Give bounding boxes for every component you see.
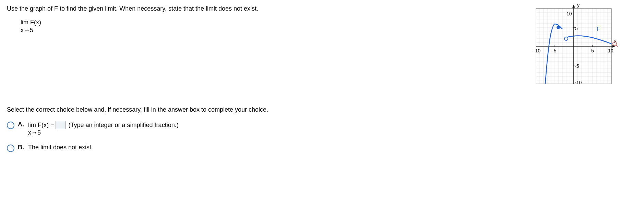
- tick-yn10: -10: [575, 80, 582, 85]
- choice-b-text: The limit does not exist.: [28, 144, 93, 151]
- y-axis-label: y: [577, 3, 580, 8]
- radio-choice-b[interactable]: [7, 145, 14, 152]
- tick-x5: 5: [591, 48, 594, 53]
- tick-y5: 5: [575, 26, 578, 31]
- svg-point-53: [613, 42, 617, 46]
- choice-a-hint: (Type an integer or a simplified fractio…: [69, 122, 179, 129]
- choice-a-limit-top: lim F(x) =: [28, 122, 54, 129]
- zoom-icon[interactable]: [612, 41, 618, 47]
- limit-bottom: x→5: [21, 26, 531, 34]
- choice-a-limit-bottom: x→5: [28, 129, 179, 136]
- choice-a-letter: A.: [18, 121, 25, 128]
- answer-instruction: Select the correct choice below and, if …: [7, 106, 637, 113]
- tick-xn10: -10: [534, 48, 540, 53]
- radio-choice-a[interactable]: [7, 122, 14, 129]
- svg-marker-46: [572, 5, 575, 8]
- svg-point-51: [557, 26, 560, 29]
- tick-yn5: -5: [575, 63, 579, 69]
- tick-xn5: -5: [552, 48, 557, 53]
- choice-a-limit: lim F(x) = (Type an integer or a simplif…: [28, 121, 179, 136]
- graph-panel: y x 10 5 -5 -10 -10 -5 5 10: [531, 3, 617, 89]
- tick-y10: 10: [567, 11, 572, 16]
- graph-svg: y x 10 5 -5 -10 -10 -5 5 10: [531, 3, 617, 89]
- limit-expression: lim F(x) x→5: [21, 18, 531, 35]
- limit-top: lim F(x): [21, 18, 531, 26]
- tick-x10: 10: [608, 48, 613, 53]
- question-prompt: Use the graph of F to find the given lim…: [7, 5, 531, 12]
- answer-input-box[interactable]: [56, 121, 66, 129]
- curve-label: F: [597, 26, 600, 32]
- svg-line-54: [616, 45, 618, 47]
- svg-point-52: [564, 37, 568, 40]
- choice-b-letter: B.: [18, 144, 25, 151]
